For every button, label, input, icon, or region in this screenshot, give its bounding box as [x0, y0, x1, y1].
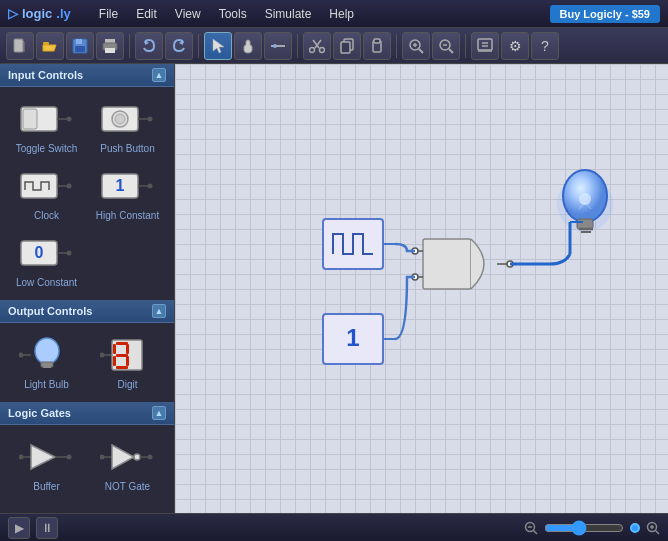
undo-button[interactable] — [135, 32, 163, 60]
logic-gates-collapse[interactable]: ▲ — [152, 406, 166, 420]
menu-help[interactable]: Help — [321, 5, 362, 23]
buy-button[interactable]: Buy Logicly - $59 — [550, 5, 660, 23]
import-button[interactable] — [471, 32, 499, 60]
svg-point-52 — [35, 338, 59, 364]
svg-rect-88 — [577, 219, 593, 229]
pan-tool-button[interactable] — [234, 32, 262, 60]
pause-button[interactable]: ⏸ — [36, 517, 58, 539]
svg-point-12 — [273, 44, 277, 48]
component-buffer[interactable]: Buffer — [8, 433, 85, 496]
menu-edit[interactable]: Edit — [128, 5, 165, 23]
logic-gates-header[interactable]: Logic Gates ▲ — [0, 402, 174, 425]
zoom-in-icon — [646, 521, 660, 535]
svg-rect-3 — [76, 39, 82, 44]
output-controls-label: Output Controls — [8, 305, 92, 317]
svg-rect-4 — [75, 46, 85, 52]
new-button[interactable] — [6, 32, 34, 60]
input-controls-grid: Toggle Switch Push Button — [0, 87, 174, 300]
zoom-slider[interactable] — [544, 520, 624, 536]
open-button[interactable] — [36, 32, 64, 60]
svg-rect-63 — [113, 356, 116, 366]
bottom-bar: ▶ ⏸ — [0, 513, 668, 541]
help-button[interactable]: ? — [531, 32, 559, 60]
svg-line-25 — [449, 49, 453, 53]
buffer-label: Buffer — [33, 481, 60, 492]
input-controls-label: Input Controls — [8, 69, 83, 81]
toolbar: ⚙ ? — [0, 28, 668, 64]
menu-file[interactable]: File — [91, 5, 126, 23]
circuit-svg: 1 — [175, 64, 668, 513]
zoom-out-button[interactable] — [432, 32, 460, 60]
svg-text:1: 1 — [346, 324, 359, 351]
sidebar: Input Controls ▲ Toggle Switch — [0, 64, 175, 513]
component-high-constant[interactable]: 1 High Constant — [89, 162, 166, 225]
svg-text:0: 0 — [35, 244, 44, 261]
buffer-icon — [19, 437, 74, 477]
svg-point-68 — [67, 455, 72, 460]
component-push-button[interactable]: Push Button — [89, 95, 166, 158]
svg-rect-31 — [23, 109, 37, 129]
svg-point-41 — [67, 184, 72, 189]
svg-point-45 — [148, 184, 153, 189]
print-button[interactable] — [96, 32, 124, 60]
menu-view[interactable]: View — [167, 5, 209, 23]
menu-tools[interactable]: Tools — [211, 5, 255, 23]
low-constant-icon: 0 — [19, 233, 74, 273]
light-bulb-icon — [19, 335, 74, 375]
title-bar: ▷ logic.ly File Edit View Tools Simulate… — [0, 0, 668, 28]
copy-button[interactable] — [333, 32, 361, 60]
svg-rect-61 — [113, 344, 116, 354]
not-gate-icon — [100, 437, 155, 477]
svg-point-14 — [320, 47, 325, 52]
paste-button[interactable] — [363, 32, 391, 60]
push-button-icon — [100, 99, 155, 139]
input-controls-header[interactable]: Input Controls ▲ — [0, 64, 174, 87]
settings-button[interactable]: ⚙ — [501, 32, 529, 60]
separator-4 — [396, 34, 397, 58]
high-constant-icon: 1 — [100, 166, 155, 206]
svg-rect-18 — [374, 39, 380, 43]
component-not-gate[interactable]: NOT Gate — [89, 433, 166, 496]
svg-point-33 — [67, 117, 72, 122]
svg-rect-7 — [105, 48, 115, 53]
circuit-canvas[interactable]: 1 — [175, 64, 668, 513]
component-clock[interactable]: Clock — [8, 162, 85, 225]
logic-gates-grid: Buffer NOT Gate — [0, 425, 174, 504]
zoom-out-icon — [524, 521, 538, 535]
digit-label: Digit — [117, 379, 137, 390]
component-toggle-switch[interactable]: Toggle Switch — [8, 95, 85, 158]
save-button[interactable] — [66, 32, 94, 60]
svg-marker-10 — [213, 39, 224, 53]
wire-tool-button[interactable] — [264, 32, 292, 60]
svg-rect-64 — [116, 366, 128, 369]
menu-simulate[interactable]: Simulate — [257, 5, 320, 23]
component-light-bulb[interactable]: Light Bulb — [8, 331, 85, 394]
zoom-in-button[interactable] — [402, 32, 430, 60]
play-button[interactable]: ▶ — [8, 517, 30, 539]
svg-rect-0 — [14, 39, 23, 52]
svg-rect-26 — [478, 39, 492, 50]
cut-button[interactable] — [303, 32, 331, 60]
svg-point-49 — [67, 251, 72, 256]
svg-rect-62 — [126, 356, 129, 366]
svg-point-36 — [115, 114, 125, 124]
app-logo: ▷ logic.ly — [8, 6, 71, 21]
input-controls-collapse[interactable]: ▲ — [152, 68, 166, 82]
separator-2 — [198, 34, 199, 58]
not-gate-label: NOT Gate — [105, 481, 150, 492]
svg-point-38 — [148, 117, 153, 122]
separator-3 — [297, 34, 298, 58]
output-controls-collapse[interactable]: ▲ — [152, 304, 166, 318]
component-digit[interactable]: Digit — [89, 331, 166, 394]
logo-icon: ▷ — [8, 6, 18, 21]
redo-button[interactable] — [165, 32, 193, 60]
select-tool-button[interactable] — [204, 32, 232, 60]
output-controls-header[interactable]: Output Controls ▲ — [0, 300, 174, 323]
svg-line-98 — [534, 530, 538, 534]
svg-point-13 — [310, 47, 315, 52]
component-low-constant[interactable]: 0 Low Constant — [8, 229, 85, 292]
push-button-label: Push Button — [100, 143, 154, 154]
separator-1 — [129, 34, 130, 58]
zoom-indicator — [630, 523, 640, 533]
light-bulb-label: Light Bulb — [24, 379, 68, 390]
